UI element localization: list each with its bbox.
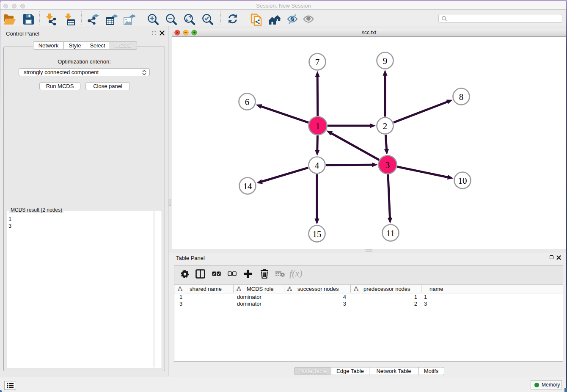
- svg-text:4: 4: [315, 160, 319, 171]
- svg-text:9: 9: [383, 56, 388, 66]
- svg-text:MCDS role: MCDS role: [247, 286, 274, 292]
- svg-text:14: 14: [243, 181, 253, 191]
- svg-text:11: 11: [386, 228, 395, 238]
- svg-text:15: 15: [313, 229, 322, 239]
- svg-text:predecessor nodes: predecessor nodes: [363, 286, 410, 292]
- svg-text:7: 7: [315, 57, 320, 67]
- svg-text:name: name: [429, 286, 443, 292]
- svg-text:3: 3: [385, 160, 390, 170]
- svg-text:8: 8: [459, 92, 464, 102]
- svg-text:shared name: shared name: [190, 286, 222, 292]
- svg-text:2: 2: [383, 121, 388, 131]
- svg-text:successor nodes: successor nodes: [297, 286, 339, 292]
- svg-text:10: 10: [458, 176, 467, 186]
- svg-text:1: 1: [316, 121, 320, 131]
- svg-text:6: 6: [245, 97, 250, 107]
